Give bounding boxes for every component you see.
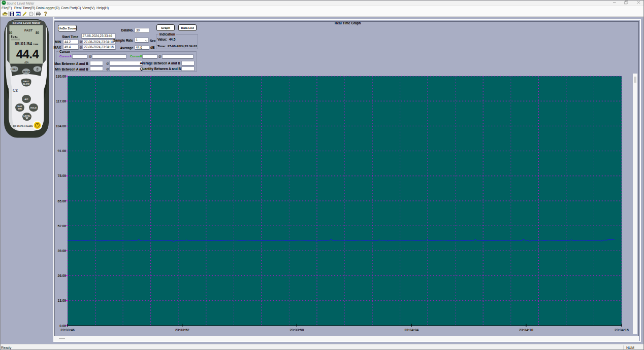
svg-text:IEC 61672-1 CLASS2: IEC 61672-1 CLASS2 <box>13 125 34 127</box>
svg-text:91.00: 91.00 <box>57 149 66 153</box>
svg-text:26.00: 26.00 <box>57 274 66 277</box>
svg-text:Cε: Cε <box>13 88 18 93</box>
svg-text:52.00: 52.00 <box>57 224 66 228</box>
svg-text:39.00: 39.00 <box>57 249 66 253</box>
svg-text:A/C: A/C <box>24 98 28 100</box>
svg-text:dBA: dBA <box>24 61 29 64</box>
svg-text:HOLD: HOLD <box>30 107 37 109</box>
svg-text:80: 80 <box>36 31 40 34</box>
svg-text:117.00: 117.00 <box>56 99 66 103</box>
svg-text:TIME: TIME <box>33 43 39 46</box>
svg-text:23:33:52: 23:33:52 <box>175 328 189 332</box>
svg-text:78.00: 78.00 <box>57 174 66 178</box>
svg-text:23:34:15: 23:34:15 <box>615 328 629 332</box>
svg-text:FAST: FAST <box>23 80 29 83</box>
svg-text:LEVEL: LEVEL <box>23 115 30 117</box>
svg-text:130.00: 130.00 <box>56 75 67 78</box>
svg-text:REC: REC <box>13 68 17 71</box>
svg-text:?: ? <box>44 11 47 17</box>
svg-text:104.00: 104.00 <box>56 124 67 128</box>
svg-text:Sound Level Meter: Sound Level Meter <box>12 21 41 24</box>
svg-text:0.00: 0.00 <box>59 324 66 328</box>
svg-text:23:33:46: 23:33:46 <box>60 328 75 332</box>
svg-text:23:33:58: 23:33:58 <box>289 328 304 332</box>
svg-text:23:34:04: 23:34:04 <box>404 328 418 332</box>
svg-text:MIN: MIN <box>18 108 21 110</box>
svg-text:65.00: 65.00 <box>57 199 66 203</box>
svg-text:44.4: 44.4 <box>16 47 40 61</box>
svg-text:SLOW: SLOW <box>23 83 30 85</box>
svg-text:FAST: FAST <box>24 28 33 32</box>
svg-text:SETUP: SETUP <box>23 71 30 73</box>
svg-text:05:01:54: 05:01:54 <box>15 41 32 46</box>
svg-text:23:34:10: 23:34:10 <box>519 328 533 332</box>
svg-text:30: 30 <box>9 31 13 34</box>
svg-text:13.00: 13.00 <box>57 299 66 302</box>
